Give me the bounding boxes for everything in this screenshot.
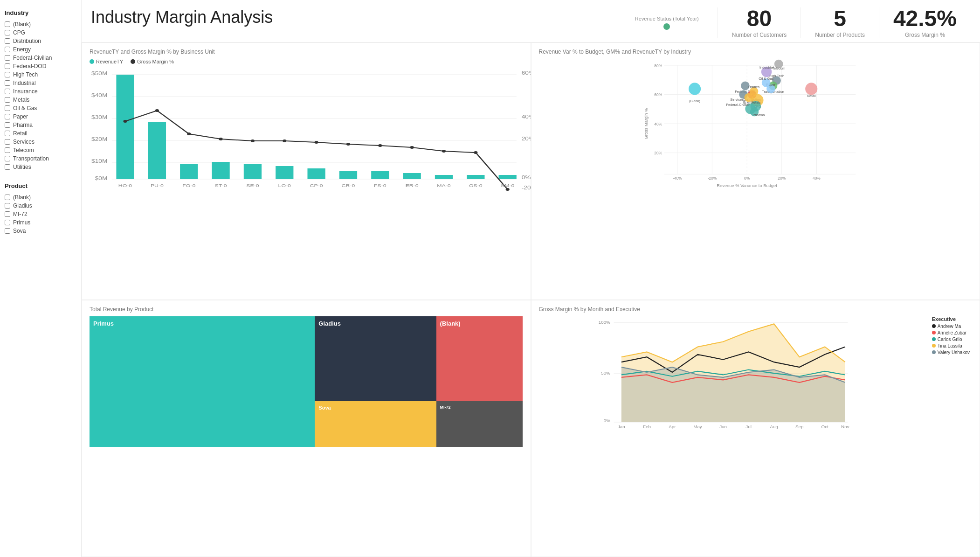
svg-text:Gross Margin %: Gross Margin % — [644, 108, 649, 139]
industry-filter-insurance[interactable]: Insurance — [5, 87, 76, 96]
industry-checkbox[interactable] — [5, 114, 10, 119]
svg-text:FS-0: FS-0 — [374, 183, 386, 188]
svg-text:May: May — [693, 424, 702, 429]
treemap-title: Total Revenue by Product — [90, 306, 523, 313]
svg-text:0%: 0% — [522, 175, 531, 181]
kpi-customers-value: 80 — [732, 7, 787, 30]
industry-filter-paper[interactable]: Paper — [5, 112, 76, 121]
industry-filter-metals[interactable]: Metals — [5, 96, 76, 104]
content-grid: RevenueTY and Gross Margin % by Business… — [82, 42, 980, 557]
revenue-status: Revenue Status (Total Year) — [635, 16, 699, 30]
product-filter-list: (Blank)GladiusMI-72PrimusSova — [5, 193, 76, 235]
industry-checkbox[interactable] — [5, 47, 10, 52]
svg-point-40 — [442, 150, 446, 153]
svg-text:40%: 40% — [813, 176, 821, 181]
treemap-area: Primus Gladius Sova (Blank) — [90, 316, 523, 447]
svg-text:Services: Services — [730, 97, 744, 102]
industry-checkbox[interactable] — [5, 147, 10, 153]
industry-checkbox[interactable] — [5, 139, 10, 145]
industry-checkbox[interactable] — [5, 72, 10, 77]
product-checkbox[interactable] — [5, 211, 10, 217]
industry-checkbox[interactable] — [5, 80, 10, 86]
industry-checkbox[interactable] — [5, 55, 10, 61]
industry-filter-transportation[interactable]: Transportation — [5, 154, 76, 163]
svg-rect-21 — [244, 164, 262, 179]
svg-point-34 — [251, 139, 255, 142]
svg-rect-28 — [467, 175, 484, 179]
industry-filter-blank[interactable]: (Blank) — [5, 20, 76, 28]
industry-filter-industrial[interactable]: Industrial — [5, 79, 76, 87]
industry-filter-high-tech[interactable]: High Tech — [5, 70, 76, 79]
product-checkbox[interactable] — [5, 220, 10, 225]
industry-filter-telecom[interactable]: Telecom — [5, 146, 76, 154]
exec-label-andrew: Andrew Ma — [938, 324, 961, 329]
svg-rect-18 — [148, 122, 166, 179]
industry-checkbox[interactable] — [5, 97, 10, 103]
exec-item-annelie: Annelie Zubar — [932, 330, 970, 335]
product-checkbox[interactable] — [5, 228, 10, 234]
industry-checkbox[interactable] — [5, 30, 10, 35]
treemap-gladius-label: Gladius — [318, 320, 341, 327]
svg-rect-26 — [403, 173, 421, 179]
exec-dot-tina — [932, 344, 936, 348]
line-chart-title: Gross Margin % by Month and Executive — [539, 306, 973, 313]
industry-checkbox[interactable] — [5, 131, 10, 136]
svg-text:$20M: $20M — [91, 137, 107, 142]
svg-rect-17 — [116, 75, 134, 179]
right-panel: Industry Margin Analysis Revenue Status … — [82, 0, 980, 557]
svg-text:Utilities: Utilities — [748, 85, 759, 89]
industry-filter-cpg[interactable]: CPG — [5, 28, 76, 37]
industry-filter-federal-civilian[interactable]: Federal-Civilian — [5, 54, 76, 62]
industry-checkbox[interactable] — [5, 156, 10, 161]
industry-checkbox[interactable] — [5, 122, 10, 128]
product-filter-primus[interactable]: Primus — [5, 218, 76, 227]
svg-rect-25 — [371, 171, 389, 179]
industry-filter-retail[interactable]: Retail — [5, 129, 76, 138]
industry-checkbox[interactable] — [5, 105, 10, 111]
svg-text:CP-0: CP-0 — [310, 183, 323, 188]
svg-text:20%: 20% — [654, 151, 662, 155]
industry-filter-federal-dod[interactable]: Federal-DOD — [5, 62, 76, 70]
product-filter-gladius[interactable]: Gladius — [5, 202, 76, 210]
industry-checkbox[interactable] — [5, 63, 10, 69]
legend-grossmargin-label: Gross Margin % — [137, 59, 174, 64]
svg-rect-23 — [307, 168, 325, 179]
product-filter-blank[interactable]: (Blank) — [5, 193, 76, 202]
scatter-area: 80% 60% 40% 20% -40% -20% 0% 20% 40% Rev — [539, 59, 973, 189]
industry-filter-label: Federal-DOD — [13, 63, 46, 70]
industry-filter-label: Distribution — [13, 38, 41, 44]
svg-rect-19 — [180, 164, 198, 179]
industry-checkbox[interactable] — [5, 21, 10, 27]
line-chart-svg: 100% 50% 0% Jan Feb Apr May — [539, 316, 907, 428]
industry-section-title: Industry — [5, 9, 76, 16]
industry-filter-label: Telecom — [13, 147, 34, 153]
product-filter-mi-72[interactable]: MI-72 — [5, 210, 76, 218]
industry-filter-label: Transportation — [13, 155, 49, 162]
product-checkbox[interactable] — [5, 195, 10, 200]
industry-checkbox[interactable] — [5, 164, 10, 170]
industry-checkbox[interactable] — [5, 89, 10, 94]
svg-text:-40%: -40% — [672, 176, 682, 181]
svg-text:Telecom: Telecom — [772, 66, 785, 70]
legend-revenuety-dot — [90, 59, 94, 64]
svg-point-36 — [315, 141, 318, 144]
product-filter-sova[interactable]: Sova — [5, 227, 76, 235]
svg-text:Jan: Jan — [617, 424, 625, 429]
industry-filter-services[interactable]: Services — [5, 138, 76, 146]
treemap-panel: Total Revenue by Product Primus Gladius … — [82, 300, 531, 557]
svg-text:ST-0: ST-0 — [215, 183, 227, 188]
industry-filter-utilities[interactable]: Utilities — [5, 163, 76, 171]
svg-point-33 — [219, 138, 222, 140]
svg-text:Nov: Nov — [841, 424, 849, 429]
product-checkbox[interactable] — [5, 203, 10, 209]
exec-dot-andrew — [932, 324, 936, 328]
svg-text:Aug: Aug — [770, 424, 778, 429]
industry-filter-oil-&-gas[interactable]: Oil & Gas — [5, 104, 76, 112]
industry-checkbox[interactable] — [5, 38, 10, 44]
svg-text:Federal-Civilian: Federal-Civilian — [726, 103, 750, 107]
industry-filter-list: (Blank)CPGDistributionEnergyFederal-Civi… — [5, 20, 76, 171]
industry-filter-energy[interactable]: Energy — [5, 45, 76, 54]
line-chart-area: Executive Andrew Ma Annelie Zubar Carlos… — [539, 316, 973, 433]
industry-filter-pharma[interactable]: Pharma — [5, 121, 76, 129]
industry-filter-distribution[interactable]: Distribution — [5, 37, 76, 45]
